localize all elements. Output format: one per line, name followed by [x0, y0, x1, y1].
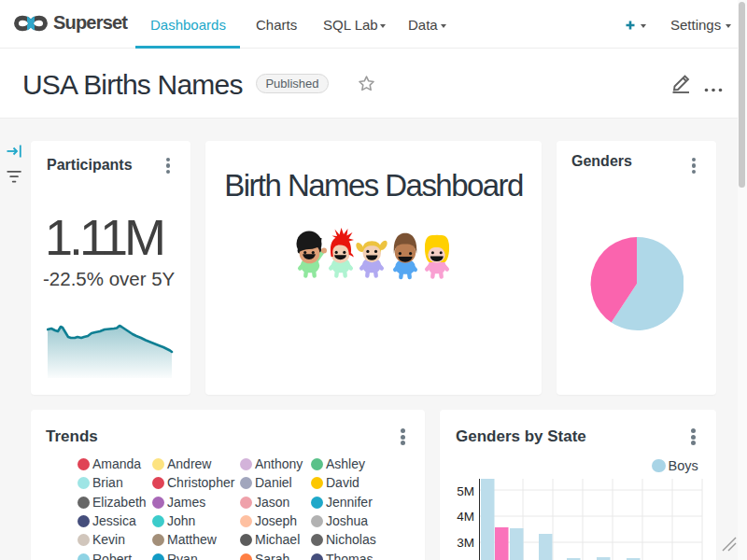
svg-text:5M: 5M [457, 484, 474, 498]
svg-text:4M: 4M [457, 510, 474, 524]
svg-text:3M: 3M [457, 536, 474, 550]
